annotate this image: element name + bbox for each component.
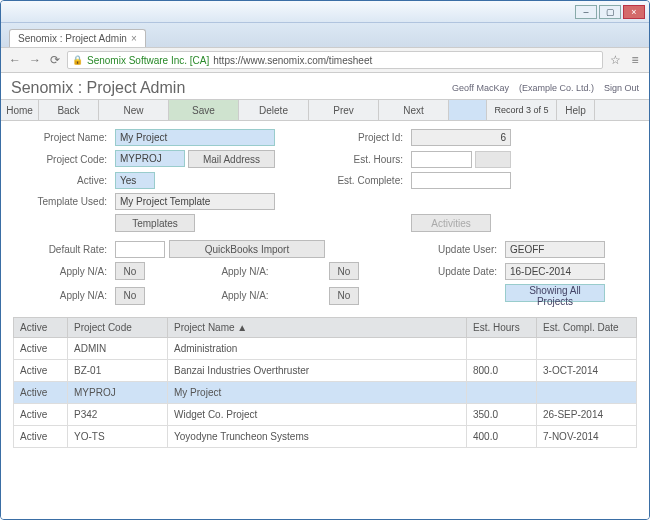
label-est-hours: Est. Hours: — [323, 154, 407, 165]
toolbar-spacer — [449, 100, 487, 120]
cell-active: Active — [14, 404, 68, 426]
projects-table-wrap: Active Project Code Project Name ▲ Est. … — [1, 313, 649, 458]
back-icon[interactable]: ← — [7, 52, 23, 68]
label-default-rate: Default Rate: — [15, 244, 111, 255]
label-project-code: Project Code: — [15, 154, 111, 165]
apply-na-2-button[interactable]: No — [329, 262, 359, 280]
cell-date: 3-OCT-2014 — [537, 360, 637, 382]
tab-close-icon[interactable]: × — [131, 33, 137, 44]
th-hours[interactable]: Est. Hours — [467, 318, 537, 338]
activities-button[interactable]: Activities — [411, 214, 491, 232]
cell-name: Banzai Industries Overthruster — [168, 360, 467, 382]
field-est-complete[interactable] — [411, 172, 511, 189]
label-apply-na-2: Apply N/A: — [169, 266, 325, 277]
label-active: Active: — [15, 175, 111, 186]
table-row[interactable]: ActiveBZ-01Banzai Industries Overthruste… — [14, 360, 637, 382]
showing-projects-button[interactable]: Showing All Projects — [505, 284, 605, 302]
quickbooks-button[interactable]: QuickBooks Import — [169, 240, 325, 258]
th-active[interactable]: Active — [14, 318, 68, 338]
apply-na-4-button[interactable]: No — [329, 287, 359, 305]
cell-hours: 400.0 — [467, 426, 537, 448]
browser-window: – ▢ × Senomix : Project Admin × ← → ⟳ 🔒 … — [0, 0, 650, 520]
field-project-id: 6 — [411, 129, 511, 146]
cell-code: MYPROJ — [68, 382, 168, 404]
home-button[interactable]: Home — [1, 100, 39, 120]
th-code[interactable]: Project Code — [68, 318, 168, 338]
table-row[interactable]: ActiveP342Widget Co. Project350.026-SEP-… — [14, 404, 637, 426]
signout-link[interactable]: Sign Out — [604, 83, 639, 93]
browser-tab[interactable]: Senomix : Project Admin × — [9, 29, 146, 47]
next-button[interactable]: Next — [379, 100, 449, 120]
label-template-used: Template Used: — [15, 196, 111, 207]
field-est-hours[interactable] — [411, 151, 472, 168]
cell-active: Active — [14, 382, 68, 404]
cert-label: Senomix Software Inc. [CA] — [87, 55, 209, 66]
cell-active: Active — [14, 360, 68, 382]
field-est-hours-unit — [475, 151, 511, 168]
delete-button[interactable]: Delete — [239, 100, 309, 120]
form-area: Project Name: My Project Project Id: 6 P… — [1, 121, 649, 313]
user-area: Geoff MacKay (Example Co. Ltd.) Sign Out — [452, 83, 639, 93]
mail-address-button[interactable]: Mail Address — [188, 150, 275, 168]
field-project-name[interactable]: My Project — [115, 129, 275, 146]
minimize-button[interactable]: – — [575, 5, 597, 19]
field-update-date: 16-DEC-2014 — [505, 263, 605, 280]
new-button[interactable]: New — [99, 100, 169, 120]
table-row[interactable]: ActiveYO-TSYoyodyne Truncheon Systems400… — [14, 426, 637, 448]
back-button[interactable]: Back — [39, 100, 99, 120]
address-bar: ← → ⟳ 🔒 Senomix Software Inc. [CA] https… — [1, 47, 649, 73]
th-name[interactable]: Project Name ▲ — [168, 318, 467, 338]
field-active[interactable]: Yes — [115, 172, 155, 189]
cell-code: ADMIN — [68, 338, 168, 360]
field-template-used: My Project Template — [115, 193, 275, 210]
cell-name: Widget Co. Project — [168, 404, 467, 426]
templates-button[interactable]: Templates — [115, 214, 195, 232]
label-project-name: Project Name: — [15, 132, 111, 143]
label-apply-na-3: Apply N/A: — [15, 290, 111, 301]
cell-hours — [467, 338, 537, 360]
label-apply-na-4: Apply N/A: — [169, 290, 325, 301]
star-icon[interactable]: ☆ — [607, 52, 623, 68]
reload-icon[interactable]: ⟳ — [47, 52, 63, 68]
apply-na-1-button[interactable]: No — [115, 262, 145, 280]
cell-hours — [467, 382, 537, 404]
field-default-rate[interactable] — [115, 241, 165, 258]
label-apply-na-1: Apply N/A: — [15, 266, 111, 277]
cell-hours: 800.0 — [467, 360, 537, 382]
record-indicator: Record 3 of 5 — [487, 100, 557, 120]
page-content: Senomix : Project Admin Geoff MacKay (Ex… — [1, 73, 649, 520]
tab-strip: Senomix : Project Admin × — [1, 23, 649, 47]
forward-icon[interactable]: → — [27, 52, 43, 68]
url-text: https://www.senomix.com/timesheet — [213, 55, 372, 66]
cell-active: Active — [14, 426, 68, 448]
th-date[interactable]: Est. Compl. Date — [537, 318, 637, 338]
cell-code: P342 — [68, 404, 168, 426]
toolbar: Home Back New Save Delete Prev Next Reco… — [1, 99, 649, 121]
label-update-user: Update User: — [417, 244, 501, 255]
cell-date: 7-NOV-2014 — [537, 426, 637, 448]
label-update-date: Update Date: — [417, 266, 501, 277]
close-button[interactable]: × — [623, 5, 645, 19]
cell-code: YO-TS — [68, 426, 168, 448]
cell-name: My Project — [168, 382, 467, 404]
page-title: Senomix : Project Admin — [11, 79, 185, 97]
label-project-id: Project Id: — [323, 132, 407, 143]
help-button[interactable]: Help — [557, 100, 595, 120]
menu-icon[interactable]: ≡ — [627, 52, 643, 68]
apply-na-3-button[interactable]: No — [115, 287, 145, 305]
cell-code: BZ-01 — [68, 360, 168, 382]
cell-date — [537, 382, 637, 404]
table-row[interactable]: ActiveADMINAdministration — [14, 338, 637, 360]
table-row[interactable]: ActiveMYPROJMy Project — [14, 382, 637, 404]
save-button[interactable]: Save — [169, 100, 239, 120]
url-field[interactable]: 🔒 Senomix Software Inc. [CA] https://www… — [67, 51, 603, 69]
projects-table: Active Project Code Project Name ▲ Est. … — [13, 317, 637, 448]
tab-title: Senomix : Project Admin — [18, 33, 127, 44]
cell-date — [537, 338, 637, 360]
field-project-code[interactable]: MYPROJ — [115, 150, 185, 167]
app-header: Senomix : Project Admin Geoff MacKay (Ex… — [1, 73, 649, 99]
prev-button[interactable]: Prev — [309, 100, 379, 120]
maximize-button[interactable]: ▢ — [599, 5, 621, 19]
cell-name: Administration — [168, 338, 467, 360]
cell-name: Yoyodyne Truncheon Systems — [168, 426, 467, 448]
